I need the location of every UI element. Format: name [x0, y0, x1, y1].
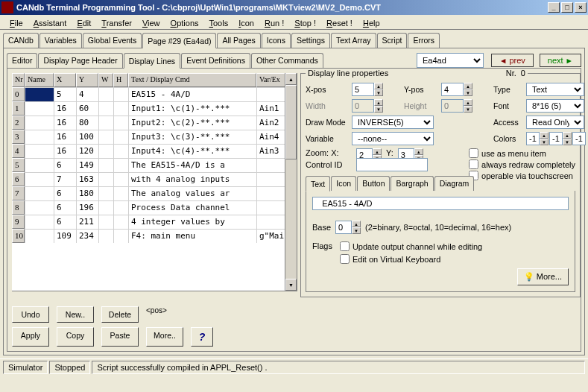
page-select[interactable]: Ea4ad	[417, 53, 484, 68]
table-row[interactable]: 21680Input2: \c(2)-**.***Ain2	[12, 116, 297, 130]
grid-header-w[interactable]: W	[98, 73, 113, 87]
row-number[interactable]: 5	[12, 158, 25, 172]
table-cell[interactable]	[113, 101, 128, 116]
table-cell[interactable]: The analog values ar	[128, 186, 256, 200]
xpos-input[interactable]	[352, 83, 374, 96]
ypos-spinner[interactable]: ▲▼	[464, 83, 472, 96]
table-cell[interactable]	[25, 158, 54, 172]
menu-help[interactable]: Help	[358, 18, 385, 28]
table-cell[interactable]	[25, 215, 54, 229]
table-cell[interactable]: EA515 - 4A/D	[128, 87, 256, 101]
table-cell[interactable]	[113, 200, 128, 215]
display-text-input[interactable]	[312, 197, 569, 210]
base-input[interactable]	[335, 221, 352, 234]
row-number[interactable]: 0	[12, 87, 25, 101]
menu-reset[interactable]: Reset !	[321, 18, 358, 28]
table-cell[interactable]: 6	[54, 200, 76, 215]
table-cell[interactable]: Input2: \c(2)-**.***	[128, 116, 256, 130]
table-cell[interactable]	[25, 87, 54, 101]
base-spinner[interactable]: ▲▼	[352, 221, 361, 234]
next-page-button[interactable]: next ►	[540, 54, 581, 67]
grid-header-textdisplaycmd[interactable]: Text / Display Cmd	[128, 73, 256, 87]
table-cell[interactable]: with 4 analog inputs	[128, 172, 256, 186]
maximize-button[interactable]: □	[561, 2, 573, 13]
menu-transfer[interactable]: Transfer	[96, 18, 137, 28]
table-cell[interactable]: Input4: \c(4)-**.***	[128, 144, 256, 158]
main-tab-settings[interactable]: Settings	[291, 33, 330, 48]
table-cell[interactable]	[25, 200, 54, 215]
table-cell[interactable]: 5	[54, 87, 76, 101]
main-tab-all-pages[interactable]: All Pages	[217, 33, 260, 48]
table-cell[interactable]	[113, 144, 128, 158]
main-tab-variables[interactable]: Variables	[39, 33, 82, 48]
menu-icon[interactable]: Icon	[233, 18, 259, 28]
table-row[interactable]: 10109234F4: main menug"Main	[12, 229, 297, 243]
main-tab-page--29--ea4ad-[interactable]: Page #29 (Ea4ad)	[142, 33, 216, 48]
table-cell[interactable]	[98, 158, 113, 172]
grid-header-nr[interactable]: Nr	[12, 73, 25, 87]
table-cell[interactable]	[113, 158, 128, 172]
table-cell[interactable]: 7	[54, 172, 76, 186]
table-cell[interactable]	[113, 215, 128, 229]
undo-button[interactable]: Undo	[12, 306, 49, 323]
menu-file[interactable]: File	[4, 18, 28, 28]
menu-item-checkbox[interactable]	[469, 148, 478, 158]
scroll-down-icon[interactable]: ▼	[285, 279, 297, 291]
main-tab-global-events[interactable]: Global Events	[83, 33, 142, 48]
row-number[interactable]: 10	[12, 229, 25, 243]
table-cell[interactable]: 149	[76, 158, 98, 172]
table-cell[interactable]: 16	[54, 116, 76, 130]
delete-button[interactable]: Delete	[101, 306, 139, 323]
table-cell[interactable]	[113, 130, 128, 144]
table-cell[interactable]	[98, 101, 113, 116]
table-cell[interactable]	[25, 172, 54, 186]
sub-tab-event-definitions[interactable]: Event Definitions	[181, 53, 250, 68]
scroll-thumb[interactable]	[285, 85, 297, 159]
table-cell[interactable]	[113, 229, 128, 243]
row-number[interactable]: 1	[12, 101, 25, 116]
table-cell[interactable]: 180	[76, 186, 98, 200]
display-lines-grid[interactable]: NrNameXYWHText / Display CmdVar/Ex 054EA…	[12, 73, 297, 291]
row-number[interactable]: 9	[12, 215, 25, 229]
table-cell[interactable]	[113, 186, 128, 200]
minimize-button[interactable]: _	[548, 2, 560, 13]
status-simulator[interactable]: Simulator	[3, 361, 48, 374]
table-cell[interactable]	[25, 186, 54, 200]
redraw-checkbox[interactable]	[469, 159, 478, 169]
virtual-kb-checkbox[interactable]	[340, 254, 350, 264]
row-number[interactable]: 8	[12, 200, 25, 215]
color2-spinner[interactable]: ▲▼	[563, 132, 572, 145]
table-cell[interactable]: F4: main menu	[128, 229, 256, 243]
sub-tab-other-commands[interactable]: Other Commands	[251, 53, 323, 68]
table-cell[interactable]: 109	[54, 229, 76, 243]
table-row[interactable]: 962114 integer values by	[12, 215, 297, 229]
help-button[interactable]: ?	[191, 327, 213, 347]
menu-stop[interactable]: Stop !	[289, 18, 321, 28]
menu-edit[interactable]: Edit	[72, 18, 96, 28]
scroll-up-icon[interactable]: ▲	[285, 73, 297, 85]
table-cell[interactable]	[98, 172, 113, 186]
table-cell[interactable]	[98, 130, 113, 144]
table-row[interactable]: 11660Input1: \c(1)-**.***Ain1	[12, 101, 297, 116]
sub-tab-editor[interactable]: Editor	[7, 53, 37, 68]
prop-tab-button[interactable]: Button	[357, 176, 390, 191]
ypos-input[interactable]	[441, 83, 464, 96]
table-cell[interactable]: 60	[76, 101, 98, 116]
prop-tab-text[interactable]: Text	[306, 176, 330, 192]
table-cell[interactable]	[113, 116, 128, 130]
main-tab-script[interactable]: Script	[377, 33, 408, 48]
row-number[interactable]: 6	[12, 172, 25, 186]
menu-options[interactable]: Options	[165, 18, 204, 28]
table-row[interactable]: 76180The analog values ar	[12, 186, 297, 200]
table-cell[interactable]: 196	[76, 200, 98, 215]
menu-run[interactable]: Run !	[259, 18, 289, 28]
table-cell[interactable]	[98, 116, 113, 130]
table-cell[interactable]: 16	[54, 130, 76, 144]
color1-input[interactable]	[526, 132, 540, 145]
table-cell[interactable]: 6	[54, 158, 76, 172]
table-cell[interactable]	[25, 144, 54, 158]
controlid-input[interactable]	[356, 158, 428, 171]
table-cell[interactable]: 163	[76, 172, 98, 186]
type-select[interactable]: Text	[526, 83, 584, 96]
prop-tab-icon[interactable]: Icon	[331, 176, 356, 191]
